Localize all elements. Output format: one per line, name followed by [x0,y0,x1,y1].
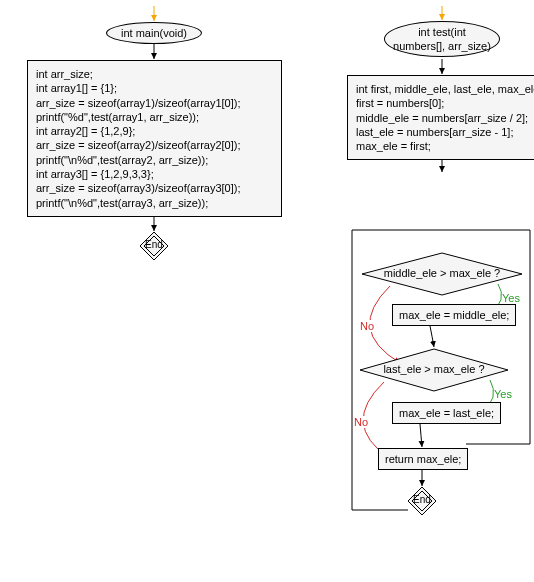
test-end-label: End [412,494,432,505]
assign1-text: max_ele = middle_ele; [399,308,509,322]
assign2-text: max_ele = last_ele; [399,406,494,420]
main-end: End [140,232,168,260]
main-code-box: int arr_size; int array1[] = {1}; arr_si… [27,60,282,217]
test-start-ellipse: int test(int numbers[], arr_size) [384,21,500,57]
cond2-no-label: No [354,416,368,428]
assign1-box: max_ele = middle_ele; [392,304,516,326]
return-text: return max_ele; [385,452,461,466]
cond1-label: middle_ele > max_ele ? [374,266,510,280]
return-box: return max_ele; [378,448,468,470]
main-start-ellipse: int main(void) [106,22,202,44]
test-code-box: int first, middle_ele, last_ele, max_ele… [347,75,534,160]
cond2-yes-label: Yes [494,388,512,400]
cond2-label: last_ele > max_ele ? [372,362,496,376]
test-start-label: int test(int numbers[], arr_size) [393,25,491,54]
main-end-label: End [144,239,164,250]
main-start-label: int main(void) [121,26,187,40]
flowchart-canvas: int main(void) int arr_size; int array1[… [0,0,534,582]
test-end: End [408,487,436,515]
cond1-yes-label: Yes [502,292,520,304]
cond1-no-label: No [360,320,374,332]
assign2-box: max_ele = last_ele; [392,402,501,424]
